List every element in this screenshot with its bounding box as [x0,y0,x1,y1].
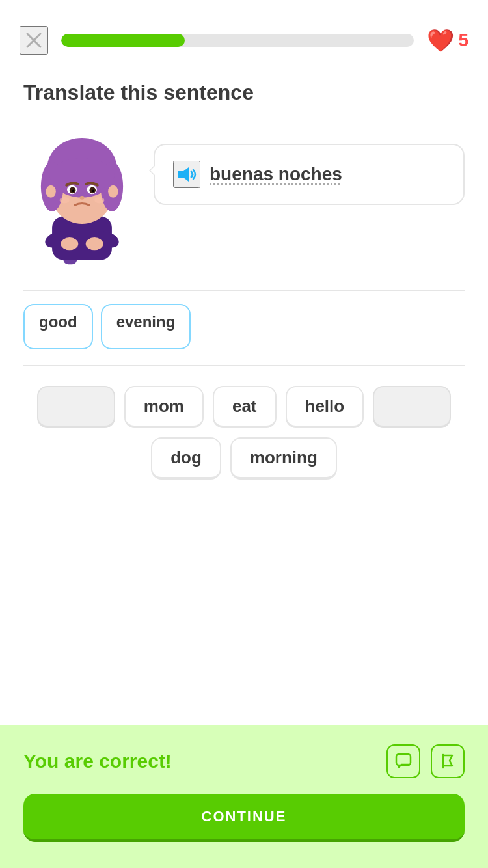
svg-marker-25 [178,167,189,182]
svg-point-23 [60,197,70,204]
hearts-count: 5 [458,30,468,51]
svg-point-7 [61,237,78,250]
speaker-button[interactable] [173,161,200,188]
selected-word-evening[interactable]: evening [101,304,191,349]
flag-button[interactable] [431,744,465,778]
spanish-sentence: buenas noches [210,164,342,185]
divider [23,365,465,366]
selected-words-container: good evening [23,304,465,349]
character-figure [23,124,141,270]
progress-fill [61,34,185,47]
svg-point-24 [94,197,104,204]
word-chip-hello[interactable]: hello [286,386,364,428]
word-chip-blank2 [373,386,451,428]
word-chip-mom[interactable]: mom [124,386,204,428]
chat-button[interactable] [386,744,420,778]
success-header: You are correct! [23,744,465,778]
word-chip-morning[interactable]: morning [230,437,337,480]
svg-point-22 [79,196,85,200]
svg-point-8 [86,237,103,250]
svg-point-21 [92,189,94,192]
svg-rect-26 [396,754,411,765]
question-title: Translate this sentence [23,81,465,105]
heart-icon: ❤️ [427,27,454,53]
svg-point-20 [72,189,75,192]
character-area: buenas noches [23,124,465,270]
svg-point-13 [49,158,114,193]
answer-area: good evening [23,290,465,355]
action-icons [386,744,465,778]
svg-point-14 [46,185,56,198]
word-chip-eat[interactable]: eat [213,386,277,428]
word-chip-blank1 [37,386,115,428]
svg-point-15 [108,185,118,198]
speech-bubble: buenas noches [154,144,465,205]
hearts-container: ❤️ 5 [427,27,468,53]
word-bank: mom eat hello dog morning [23,386,465,480]
close-button[interactable] [20,26,48,55]
main-content: Translate this sentence [0,68,488,499]
progress-bar [61,34,414,47]
character-illustration [23,124,141,267]
selected-word-good[interactable]: good [23,304,93,349]
success-message: You are correct! [23,750,172,772]
header: ❤️ 5 [0,0,488,68]
continue-button[interactable]: CONTINUE [23,794,465,842]
word-chip-dog[interactable]: dog [151,437,221,480]
success-banner: You are correct! CONTINUE [0,725,488,868]
